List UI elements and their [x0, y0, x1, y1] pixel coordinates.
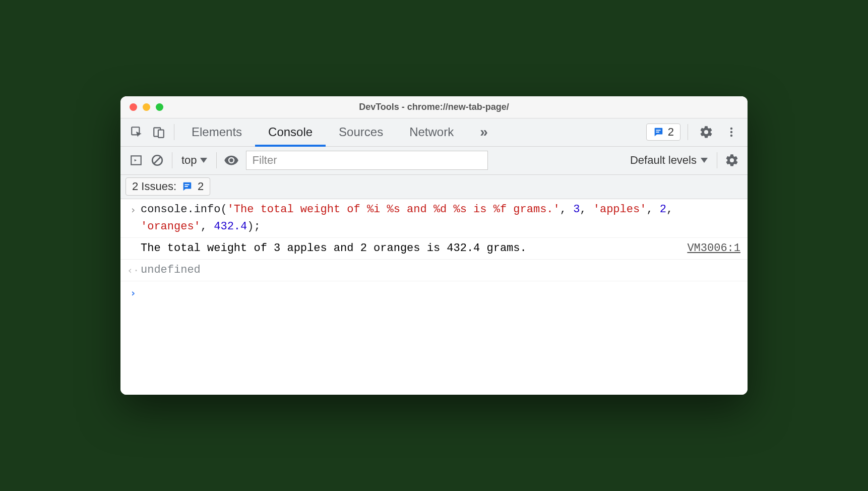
levels-label: Default levels: [630, 154, 697, 167]
divider: [172, 152, 172, 168]
console-body: › console.info('The total weight of %i %…: [120, 199, 748, 395]
context-label: top: [181, 154, 197, 167]
log-text: The total weight of 3 apples and 2 orang…: [141, 240, 677, 257]
console-return-value: ‹· undefined: [120, 260, 748, 281]
filter-input[interactable]: [246, 151, 488, 170]
tab-network[interactable]: Network: [396, 118, 467, 146]
device-toolbar-icon[interactable]: [148, 122, 170, 142]
svg-rect-12: [184, 186, 188, 187]
log-gutter: [126, 240, 141, 257]
tab-console[interactable]: Console: [255, 118, 326, 146]
issues-label: 2 Issues:: [132, 180, 176, 193]
inspect-element-icon[interactable]: [126, 122, 148, 142]
kebab-menu-icon[interactable]: [720, 122, 742, 142]
svg-rect-4: [656, 132, 659, 133]
console-sidebar-toggle-icon[interactable]: [126, 150, 147, 170]
issues-counter[interactable]: 2: [646, 124, 680, 141]
console-input-code: console.info('The total weight of %i %s …: [141, 201, 740, 235]
live-expression-icon[interactable]: [221, 150, 242, 170]
issues-icon: [653, 127, 664, 138]
issues-box[interactable]: 2 Issues: 2: [126, 177, 210, 196]
issues-bar: 2 Issues: 2: [120, 175, 748, 199]
svg-rect-11: [184, 185, 189, 186]
prompt-chevron-icon: ›: [126, 284, 141, 301]
console-log-message: The total weight of 3 apples and 2 orang…: [120, 238, 748, 260]
window-title: DevTools - chrome://new-tab-page/: [120, 102, 748, 112]
chevron-down-icon: [701, 158, 708, 163]
divider: [688, 124, 688, 140]
close-window-button[interactable]: [130, 103, 137, 111]
console-toolbar: top Default levels: [120, 147, 748, 175]
clear-console-icon[interactable]: [147, 150, 168, 170]
console-input-echo: › console.info('The total weight of %i %…: [120, 199, 748, 238]
divider: [216, 152, 217, 168]
minimize-window-button[interactable]: [143, 103, 150, 111]
message-source-link[interactable]: VM3006:1: [677, 240, 740, 257]
input-chevron-icon: ›: [126, 201, 141, 235]
panel-tabbar: Elements Console Sources Network » 2: [120, 118, 748, 147]
execution-context-selector[interactable]: top: [176, 154, 212, 167]
chevron-down-icon: [200, 158, 207, 163]
settings-icon[interactable]: [695, 122, 717, 142]
prompt-input[interactable]: [141, 284, 740, 301]
log-levels-selector[interactable]: Default levels: [625, 154, 713, 167]
panel-tabs: Elements Console Sources Network »: [178, 118, 501, 146]
svg-line-10: [154, 157, 161, 164]
svg-rect-3: [656, 130, 660, 131]
divider: [174, 124, 174, 140]
issues-icon: [181, 181, 193, 192]
console-settings-icon[interactable]: [721, 150, 742, 170]
svg-rect-2: [158, 130, 164, 138]
console-prompt[interactable]: ›: [120, 281, 748, 304]
tab-sources[interactable]: Sources: [326, 118, 396, 146]
zoom-window-button[interactable]: [156, 103, 163, 111]
titlebar: DevTools - chrome://new-tab-page/: [120, 96, 748, 118]
console-blank-area: [120, 304, 748, 395]
tab-elements[interactable]: Elements: [178, 118, 255, 146]
svg-point-7: [730, 135, 732, 137]
return-chevron-icon: ‹·: [126, 262, 141, 279]
issues-bar-count: 2: [198, 180, 204, 193]
return-text: undefined: [141, 262, 740, 279]
devtools-window: DevTools - chrome://new-tab-page/ Elemen…: [120, 96, 748, 395]
svg-point-6: [730, 131, 732, 133]
svg-point-5: [730, 128, 732, 130]
traffic-lights: [120, 103, 163, 111]
issues-count: 2: [668, 126, 674, 139]
divider: [717, 152, 717, 168]
tabs-overflow-button[interactable]: »: [467, 118, 501, 146]
